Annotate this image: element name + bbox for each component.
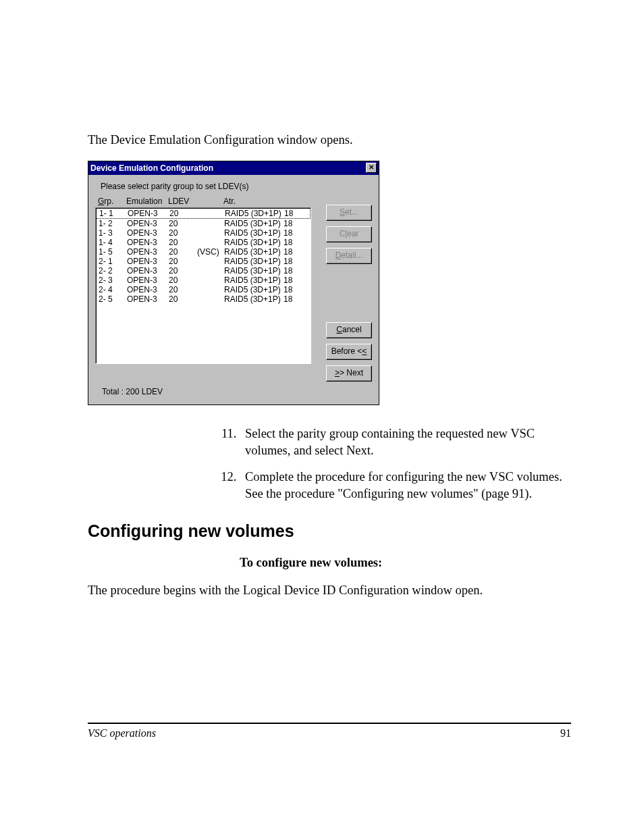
list-item[interactable]: 1- 4OPEN-320RAID5 (3D+1P)18 — [96, 238, 311, 247]
intro-paragraph: The Device Emulation Configuration windo… — [88, 132, 571, 149]
parity-group-listbox[interactable]: 1- 1OPEN-320RAID5 (3D+1P)181- 2OPEN-320R… — [95, 207, 311, 364]
procedure-intro: To configure new volumes: — [240, 556, 571, 570]
close-icon[interactable]: ✕ — [366, 163, 377, 173]
step-12: Complete the procedure for configuring t… — [240, 469, 571, 502]
footer-chapter: VSC operations — [88, 727, 156, 739]
list-item[interactable]: 2- 1OPEN-320RAID5 (3D+1P)18 — [96, 257, 311, 266]
procedure-body: The procedure begins with the Logical De… — [88, 582, 571, 599]
list-item[interactable]: 1- 5OPEN-320(VSC)RAID5 (3D+1P)18 — [96, 247, 311, 257]
list-item[interactable]: 2- 5OPEN-320RAID5 (3D+1P)18 — [96, 294, 311, 304]
set-button[interactable]: Set... — [326, 205, 372, 221]
list-item[interactable]: 1- 1OPEN-320RAID5 (3D+1P)18 — [96, 208, 311, 219]
clear-button[interactable]: Clear — [326, 226, 372, 242]
cancel-button[interactable]: Cancel — [326, 322, 372, 338]
next-button[interactable]: >> Next — [326, 365, 372, 382]
step-11: Select the parity group containing the r… — [240, 425, 571, 459]
list-item[interactable]: 2- 2OPEN-320RAID5 (3D+1P)18 — [96, 266, 311, 276]
window-titlebar: Device Emulation Configuration ✕ — [88, 161, 379, 175]
total-label: Total : 200 LDEV — [88, 384, 379, 405]
list-item[interactable]: 2- 3OPEN-320RAID5 (3D+1P)18 — [96, 276, 311, 285]
window-title: Device Emulation Configuration — [90, 163, 213, 173]
list-item[interactable]: 1- 3OPEN-320RAID5 (3D+1P)18 — [96, 228, 311, 238]
before-button[interactable]: Before << — [326, 344, 372, 360]
list-headers: Grp. Emulation LDEV Atr. — [95, 197, 311, 207]
detail-button[interactable]: Detail... — [326, 248, 372, 264]
footer-page-number: 91 — [560, 727, 571, 739]
list-item[interactable]: 1- 2OPEN-320RAID5 (3D+1P)18 — [96, 219, 311, 228]
device-emulation-window: Device Emulation Configuration ✕ Please … — [88, 161, 379, 405]
list-item[interactable]: 2- 4OPEN-320RAID5 (3D+1P)18 — [96, 285, 311, 294]
window-instruction: Please select parity group to set LDEV(s… — [88, 175, 379, 194]
section-heading: Configuring new volumes — [88, 521, 571, 541]
